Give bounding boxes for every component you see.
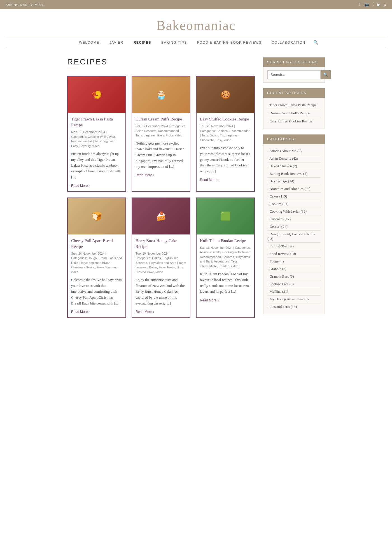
article-excerpt-3: Ever bite into a cookie only to your mos… [200,145,251,174]
article-meta-5: Tue, 19 November 2024 | Categories: Cake… [136,251,186,275]
nav-search-icon[interactable]: 🔍 [311,40,318,45]
category-7[interactable]: Cookies (61) [267,200,321,208]
nav-recipes[interactable]: RECIPES [129,41,156,45]
article-card-4: 🍞 Cheesy Pull Apart Bread Recipe Sun, 24… [67,197,126,318]
category-16[interactable]: Granola Bars (3) [267,273,321,280]
category-15[interactable]: Granola (3) [267,265,321,273]
article-meta-1: Mon, 09 December 2024 | Categories: Cook… [71,130,122,148]
category-18[interactable]: Muffins (21) [267,288,321,296]
category-1[interactable]: Asian Desserts (42) [267,155,321,162]
recent-articles-body: Tiger Prawn Laksa Pasta Recipe Durian Cr… [263,98,325,129]
article-thumb-1: 🍤 [68,76,125,113]
search-widget-body: 🔍 [263,67,325,83]
article-body-2: Durian Cream Puffs Recipe Sat, 07 Decemb… [132,113,190,181]
category-20[interactable]: Pies and Tarts (13) [267,303,321,310]
read-more-1[interactable]: Read More [71,184,90,188]
main-content: RECIPES 🍤 Tiger Prawn Laksa Pasta Recipe… [67,57,255,320]
categories-body: Articles About Me (5) Asian Desserts (42… [263,144,325,314]
article-thumb-2: 🧁 [132,76,190,113]
heading-underline [67,69,78,69]
search-input[interactable] [267,70,321,79]
category-3[interactable]: Baking Book Reviews (2) [267,170,321,178]
site-title: Bakeomaniac [6,18,386,33]
category-6[interactable]: Cakes (115) [267,193,321,200]
article-title-1[interactable]: Tiger Prawn Laksa Pasta Recipe [71,116,122,128]
category-0[interactable]: Articles About Me (5) [267,147,321,155]
page-wrapper: RECIPES 🍤 Tiger Prawn Laksa Pasta Recipe… [62,49,330,328]
article-title-6[interactable]: Kuih Talam Pandan Recipe [200,238,251,244]
category-12[interactable]: English Tea (37) [267,243,321,250]
category-8[interactable]: Cooking With Javier (19) [267,208,321,215]
search-widget: SEARCH MY CREATIONS 🔍 [263,57,325,83]
article-title-3[interactable]: Easy Stuffed Cookies Recipe [200,116,251,122]
article-thumb-5: 🍰 [132,198,190,234]
top-bar: BAKING MADE SIMPLE 𝕋 📷 f ▶ 𝕡 [0,0,392,9]
article-body-5: Berry Burst Honey Cake Recipe Tue, 19 No… [132,234,190,317]
article-excerpt-4: Celebrate the festive holidays with your… [71,277,122,306]
recent-articles-header: RECENT ARTICLES [263,88,325,98]
social-icons: 𝕋 📷 f ▶ 𝕡 [358,2,386,7]
search-form: 🔍 [267,70,321,79]
recent-article-0[interactable]: Tiger Prawn Laksa Pasta Recipe [267,101,321,109]
articles-grid: 🍤 Tiger Prawn Laksa Pasta Recipe Mon, 09… [67,76,255,318]
top-bar-title: BAKING MADE SIMPLE [6,3,44,6]
category-11[interactable]: Dough, Bread, Loafs and Rolls (43) [267,231,321,243]
article-meta-6: Sat, 16 November 2024 | Categories: Asia… [200,245,251,269]
recent-article-1[interactable]: Durian Cream Puffs Recipe [267,109,321,117]
article-title-2[interactable]: Durian Cream Puffs Recipe [136,116,186,122]
read-more-6[interactable]: Read More [200,298,219,302]
article-body-6: Kuih Talam Pandan Recipe Sat, 16 Novembe… [197,234,254,306]
category-10[interactable]: Dessert (24) [267,223,321,231]
category-9[interactable]: Cupcakes (17) [267,215,321,223]
article-card-2: 🧁 Durian Cream Puffs Recipe Sat, 07 Dece… [132,76,190,192]
article-thumb-4: 🍞 [68,198,125,234]
pinterest-icon[interactable]: 𝕡 [384,2,386,7]
categories-header: CATEGORIES [263,134,325,144]
nav-book-reviews[interactable]: FOOD & BAKING BOOK REVIEWS [192,41,267,45]
site-header: Bakeomaniac [0,9,392,36]
main-nav: WELCOME JAVIER RECIPES BAKING TIPS FOOD … [6,36,386,49]
article-card-3: 🍪 Easy Stuffed Cookies Recipe Thu, 28 No… [196,76,255,192]
search-button[interactable]: 🔍 [321,70,331,79]
article-body-4: Cheesy Pull Apart Bread Recipe Sun, 24 N… [68,234,125,317]
article-thumb-6: 🟩 [197,198,254,234]
article-title-5[interactable]: Berry Burst Honey Cake Recipe [136,238,186,250]
article-excerpt-2: Nothing gets me more excited than a bold… [136,141,186,170]
tiktok-icon[interactable]: 𝕋 [358,2,361,7]
article-body-3: Easy Stuffed Cookies Recipe Thu, 28 Nove… [197,113,254,185]
article-card-1: 🍤 Tiger Prawn Laksa Pasta Recipe Mon, 09… [67,76,126,192]
category-13[interactable]: Food Review (10) [267,250,321,258]
article-title-4[interactable]: Cheesy Pull Apart Bread Recipe [71,238,122,250]
category-14[interactable]: Fudge (4) [267,258,321,265]
facebook-icon[interactable]: f [372,2,374,7]
categories-widget: CATEGORIES Articles About Me (5) Asian D… [263,134,325,314]
read-more-2[interactable]: Read More [136,173,154,177]
nav-baking-tips[interactable]: BAKING TIPS [156,41,192,45]
page-heading: RECIPES [67,57,255,66]
article-card-6: 🟩 Kuih Talam Pandan Recipe Sat, 16 Novem… [196,197,255,318]
youtube-icon[interactable]: ▶ [377,2,380,7]
article-excerpt-6: Kuih Talam Pandan is one of my favourite… [200,271,251,294]
article-body-1: Tiger Prawn Laksa Pasta Recipe Mon, 09 D… [68,113,125,191]
category-4[interactable]: Baking Tips (14) [267,178,321,185]
article-thumb-3: 🍪 [197,76,254,113]
sidebar: SEARCH MY CREATIONS 🔍 RECENT ARTICLES Ti… [263,57,325,320]
read-more-3[interactable]: Read More [200,178,219,182]
search-widget-header: SEARCH MY CREATIONS [263,57,325,67]
nav-javier[interactable]: JAVIER [104,41,129,45]
article-meta-4: Sun, 24 November 2024 | Categories: Doug… [71,251,122,275]
recent-article-2[interactable]: Easy Stuffed Cookies Recipe [267,117,321,125]
category-19[interactable]: My Baking Adventures (6) [267,296,321,303]
article-excerpt-1: Fusion foods are always right up my alle… [71,151,122,180]
instagram-icon[interactable]: 📷 [364,2,369,7]
nav-collaboration[interactable]: COLLABORATION [267,41,311,45]
read-more-5[interactable]: Read More [136,310,154,314]
article-card-5: 🍰 Berry Burst Honey Cake Recipe Tue, 19 … [132,197,190,318]
category-2[interactable]: Baked Chicken (2) [267,162,321,170]
article-meta-2: Sat, 07 December 2024 | Categories: Asia… [136,124,186,138]
recent-articles-widget: RECENT ARTICLES Tiger Prawn Laksa Pasta … [263,88,325,129]
category-5[interactable]: Brownies and Blondies (26) [267,185,321,193]
category-17[interactable]: Lactose-Free (6) [267,280,321,288]
read-more-4[interactable]: Read More [71,310,90,314]
nav-welcome[interactable]: WELCOME [74,41,104,45]
